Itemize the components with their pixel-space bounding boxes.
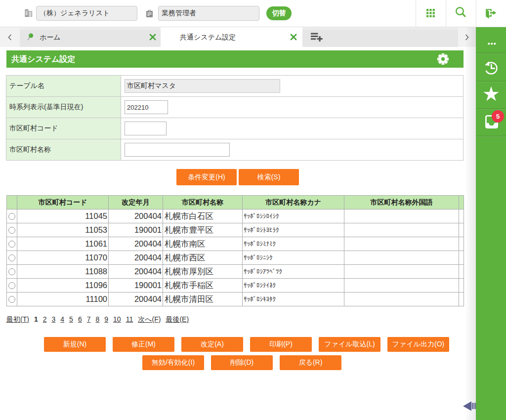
cell-rev: 190001	[109, 279, 163, 293]
tab-active-label: 共通システム設定	[180, 33, 236, 42]
cell-filler	[459, 237, 464, 251]
pager-page-link[interactable]: 11	[126, 315, 133, 323]
table-name-input[interactable]	[125, 79, 280, 93]
cell-rev: 200404	[109, 293, 163, 306]
chevron-left-icon	[8, 34, 12, 42]
chevron-right-icon	[465, 34, 469, 42]
cell-name: 札幌市厚別区	[163, 265, 243, 279]
cell-foreign	[344, 210, 459, 223]
cell-code: 11100	[17, 293, 109, 306]
edit-button[interactable]: 修正(M)	[113, 337, 174, 352]
sidebar-more-button[interactable]	[476, 27, 506, 53]
tab-active-close-button[interactable]	[287, 31, 300, 43]
pager-page-link[interactable]: 6	[78, 315, 82, 323]
add-tab-icon	[311, 33, 323, 43]
table-row: 11096 190001 札幌市手稲区 ｻｯﾎﾟﾛｼﾃｲﾈｸ	[7, 279, 464, 293]
cell-rev: 200404	[109, 210, 163, 223]
row-radio[interactable]	[8, 213, 15, 220]
search-button[interactable]	[446, 0, 476, 27]
revise-button[interactable]: 改定(A)	[181, 337, 243, 352]
sidebar-shadow	[465, 27, 476, 420]
settings-gear-button[interactable]	[437, 53, 449, 65]
tab-scroll-left-button[interactable]	[0, 27, 20, 47]
row-radio[interactable]	[8, 254, 15, 261]
pager-first-link[interactable]: 最初(T)	[6, 315, 29, 323]
switch-button[interactable]: 切替	[266, 6, 292, 20]
cell-code: 11070	[17, 251, 109, 265]
file-import-button[interactable]: ファイル取込(L)	[319, 337, 380, 352]
add-tab-button[interactable]	[306, 27, 326, 47]
role-input[interactable]	[158, 6, 259, 21]
base-date-input[interactable]	[125, 100, 168, 114]
cell-code: 11088	[17, 265, 109, 279]
row-radio[interactable]	[8, 268, 15, 275]
back-button[interactable]: 戻る(R)	[280, 355, 341, 370]
pager-page-link[interactable]: 5	[69, 315, 73, 323]
pager-page-link[interactable]: 9	[104, 315, 108, 323]
pager-page-link[interactable]: 2	[43, 315, 47, 323]
search-exec-button[interactable]: 検索(S)	[239, 169, 299, 185]
pager-page-link[interactable]: 7	[87, 315, 91, 323]
new-button[interactable]: 新規(N)	[44, 337, 106, 352]
pager-page-link[interactable]: 10	[113, 315, 121, 323]
page-header: 共通システム設定	[6, 50, 464, 68]
table-row: 11053 190001 札幌市豊平区 ｻｯﾎﾟﾛｼﾄﾖﾋﾗｸ	[7, 223, 464, 237]
cell-name: 札幌市白石区	[163, 210, 243, 223]
company-input[interactable]	[36, 6, 137, 21]
pager-next-link[interactable]: 次へ(F)	[138, 315, 161, 323]
tab-home[interactable]: ホーム	[20, 27, 161, 47]
column-header: 市区町村名称カナ	[243, 196, 344, 210]
close-icon	[149, 34, 156, 42]
tab-home-label: ホーム	[40, 33, 61, 42]
form-row: 市区町村コード	[6, 118, 464, 139]
row-radio[interactable]	[8, 282, 15, 289]
row-radio[interactable]	[8, 296, 15, 303]
print-button[interactable]: 印刷(P)	[250, 337, 312, 352]
tab-scroll-right-button[interactable]	[458, 27, 476, 47]
cell-code: 11053	[17, 223, 109, 237]
city-code-input[interactable]	[125, 122, 167, 135]
file-export-button[interactable]: ファイル出力(O)	[387, 337, 449, 352]
cell-code: 11045	[17, 210, 109, 223]
cell-kana: ｻｯﾎﾟﾛｼﾐﾅﾐｸ	[243, 237, 344, 251]
search-condition-form: テーブル名 時系列表示(基準日現在) 市区町村コード 市区町村名称	[6, 75, 464, 161]
change-condition-button[interactable]: 条件変更(H)	[176, 169, 237, 185]
delete-button[interactable]: 削除(D)	[211, 355, 273, 370]
form-label: 市区町村コード	[6, 118, 121, 139]
pager-page-link[interactable]: 4	[60, 315, 64, 323]
pager-last-link[interactable]: 最後(E)	[166, 315, 189, 323]
cell-name: 札幌市豊平区	[163, 223, 243, 237]
cell-foreign	[344, 251, 459, 265]
sidebar-history-button[interactable]	[476, 54, 506, 81]
cell-filler	[459, 279, 464, 293]
topbar: 切替	[0, 0, 506, 27]
history-icon	[484, 61, 499, 77]
form-label: 時系列表示(基準日現在)	[6, 97, 121, 118]
pager-page-link[interactable]: 8	[95, 315, 99, 323]
apps-menu-button[interactable]	[416, 0, 446, 27]
clipboard-icon	[146, 10, 153, 17]
sidebar	[476, 27, 506, 420]
logout-button[interactable]	[476, 0, 506, 27]
tabbar: ホーム 共通システム設定	[0, 27, 476, 47]
city-name-input[interactable]	[125, 143, 230, 157]
form-row: 時系列表示(基準日現在)	[6, 97, 464, 118]
apps-grid-icon	[426, 9, 435, 19]
application-window: 切替	[0, 0, 506, 420]
tab-home-close-button[interactable]	[146, 31, 159, 43]
cell-filler	[459, 293, 464, 306]
pager-current-page: 1	[34, 315, 38, 323]
row-radio[interactable]	[8, 241, 15, 248]
slide-collapse-icon[interactable]	[463, 401, 476, 412]
cell-kana: ｻｯﾎﾟﾛｼﾆｼｸ	[243, 251, 344, 265]
tab-common-system-settings[interactable]: 共通システム設定	[161, 27, 302, 47]
toggle-enable-button[interactable]: 無効/有効化(I)	[142, 355, 204, 370]
sidebar-favorites-button[interactable]	[476, 82, 506, 109]
cell-name: 札幌市清田区	[163, 293, 243, 306]
table-row: 11088 200404 札幌市厚別区 ｻｯﾎﾟﾛｼｱﾂﾍﾞﾂｸ	[7, 265, 464, 279]
star-icon	[483, 86, 499, 103]
column-header: 改定年月	[109, 196, 163, 210]
pager-page-link[interactable]: 3	[51, 315, 55, 323]
cell-rev: 200404	[109, 237, 163, 251]
row-radio[interactable]	[8, 227, 15, 234]
